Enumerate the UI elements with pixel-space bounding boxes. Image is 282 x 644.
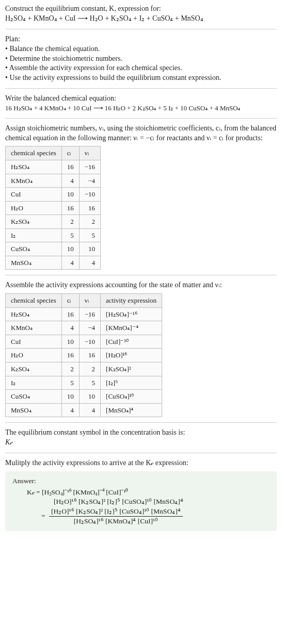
table-row: KMnO₄4−4[KMnO₄]⁻⁴ xyxy=(6,321,162,335)
table-row: I₂55 xyxy=(6,228,101,242)
intro-line2: H₂SO₄ + KMnO₄ + CuI ⟶ H₂O + K₂SO₄ + I₂ +… xyxy=(5,14,277,24)
plan: Plan: • Balance the chemical equation. •… xyxy=(5,35,277,83)
cell-vi: −16 xyxy=(79,307,100,321)
cell-ci: 4 xyxy=(61,321,79,335)
cell-ci: 10 xyxy=(61,188,79,202)
cell-species: CuSO₄ xyxy=(6,390,62,404)
cell-vi: 4 xyxy=(79,403,100,417)
plan-b3: • Assemble the activity expression for e… xyxy=(5,63,277,73)
answer-title: Answer: xyxy=(12,476,270,486)
cell-ci: 4 xyxy=(61,174,79,188)
table-row: H₂SO₄16−16[H₂SO₄]⁻¹⁶ xyxy=(6,307,162,321)
fraction: [H₂O]¹⁶ [K₂SO₄]² [I₂]⁵ [CuSO₄]¹⁰ [MnSO₄]… xyxy=(47,507,185,526)
divider xyxy=(5,88,277,89)
assemble-text: Assemble the activity expressions accoun… xyxy=(5,280,277,290)
cell-activity: [I₂]⁵ xyxy=(101,376,162,390)
cell-species: H₂O xyxy=(6,201,62,215)
divider xyxy=(5,118,277,119)
cell-ci: 10 xyxy=(61,242,79,256)
answer-l2: [H₂O]¹⁶ [K₂SO₄]² [I₂]⁵ [CuSO₄]¹⁰ [MnSO₄]… xyxy=(54,498,183,505)
symbol: The equilibrium constant symbol in the c… xyxy=(5,428,277,448)
answer-l1: K𝒸 = [H₂SO₄]⁻¹⁶ [KMnO₄]⁻⁴ [CuI]⁻¹⁰ xyxy=(27,488,128,496)
cell-vi: 2 xyxy=(79,362,100,376)
answer-eq: = xyxy=(41,511,47,519)
cell-species: H₂SO₄ xyxy=(6,160,62,174)
cell-vi: 10 xyxy=(79,242,100,256)
cell-activity: [MnSO₄]⁴ xyxy=(101,403,162,417)
table-row: K₂SO₄22[K₂SO₄]² xyxy=(6,362,162,376)
cell-species: KMnO₄ xyxy=(6,321,62,335)
activity-table: chemical species cᵢ νᵢ activity expressi… xyxy=(5,293,162,417)
col-species: chemical species xyxy=(6,146,62,160)
cell-activity: [CuSO₄]¹⁰ xyxy=(101,390,162,404)
table-row: CuI10−10[CuI]⁻¹⁰ xyxy=(6,335,162,349)
table-row: H₂SO₄16−16 xyxy=(6,160,101,174)
multiply-text: Mulitply the activity expressions to arr… xyxy=(5,458,277,468)
col-species: chemical species xyxy=(6,294,62,308)
cell-species: KMnO₄ xyxy=(6,174,62,188)
balanced: Write the balanced chemical equation: 16… xyxy=(5,94,277,112)
table-row: CuSO₄1010 xyxy=(6,242,101,256)
cell-species: CuI xyxy=(6,188,62,202)
cell-ci: 5 xyxy=(61,228,79,242)
cell-vi: 5 xyxy=(79,228,100,242)
divider xyxy=(5,29,277,29)
cell-vi: 2 xyxy=(79,215,100,229)
cell-species: CuI xyxy=(6,335,62,349)
cell-vi: −10 xyxy=(79,188,100,202)
divider xyxy=(5,275,277,275)
table-row: MnSO₄44[MnSO₄]⁴ xyxy=(6,403,162,417)
cell-activity: [H₂SO₄]⁻¹⁶ xyxy=(101,307,162,321)
plan-title: Plan: xyxy=(5,35,277,44)
assign-text: Assign stoichiometric numbers, νᵢ, using… xyxy=(5,124,277,143)
symbol-l2: K𝒸 xyxy=(5,438,277,448)
cell-vi: 16 xyxy=(79,349,100,362)
cell-activity: [K₂SO₄]² xyxy=(101,362,162,376)
cell-species: K₂SO₄ xyxy=(6,362,62,376)
cell-ci: 10 xyxy=(61,390,79,404)
cell-vi: 10 xyxy=(79,390,100,404)
cell-ci: 2 xyxy=(61,215,79,229)
symbol-l1: The equilibrium constant symbol in the c… xyxy=(5,428,277,438)
cell-activity: [CuI]⁻¹⁰ xyxy=(101,335,162,349)
plan-b1: • Balance the chemical equation. xyxy=(5,44,277,54)
col-ci: cᵢ xyxy=(61,294,79,308)
intro: Construct the equilibrium constant, K, e… xyxy=(5,4,277,24)
fraction-num: [H₂O]¹⁶ [K₂SO₄]² [I₂]⁵ [CuSO₄]¹⁰ [MnSO₄]… xyxy=(49,507,183,517)
plan-b2: • Determine the stoichiometric numbers. xyxy=(5,54,277,64)
table-row: CuI10−10 xyxy=(6,188,101,202)
cell-activity: [H₂O]¹⁶ xyxy=(101,349,162,362)
divider xyxy=(5,422,277,423)
table-header-row: chemical species cᵢ νᵢ xyxy=(6,146,101,160)
intro-line1: Construct the equilibrium constant, K, e… xyxy=(5,4,277,14)
cell-ci: 16 xyxy=(61,160,79,174)
cell-ci: 5 xyxy=(61,376,79,390)
table-row: I₂55[I₂]⁵ xyxy=(6,376,162,390)
cell-vi: 5 xyxy=(79,376,100,390)
table-row: MnSO₄44 xyxy=(6,256,101,270)
cell-vi: −16 xyxy=(79,160,100,174)
cell-vi: 4 xyxy=(79,256,100,270)
col-ci: cᵢ xyxy=(61,146,79,160)
cell-species: MnSO₄ xyxy=(6,256,62,270)
divider xyxy=(5,453,277,453)
cell-species: CuSO₄ xyxy=(6,242,62,256)
cell-ci: 4 xyxy=(61,256,79,270)
cell-species: I₂ xyxy=(6,376,62,390)
balanced-title: Write the balanced chemical equation: xyxy=(5,94,277,104)
col-activity: activity expression xyxy=(101,294,162,308)
answer-line2: [H₂O]¹⁶ [K₂SO₄]² [I₂]⁵ [CuSO₄]¹⁰ [MnSO₄]… xyxy=(12,497,270,506)
stoich-table: chemical species cᵢ νᵢ H₂SO₄16−16KMnO₄4−… xyxy=(5,146,101,270)
fraction-den: [H₂SO₄]¹⁶ [KMnO₄]⁴ [CuI]¹⁰ xyxy=(49,517,183,526)
col-vi: νᵢ xyxy=(79,294,100,308)
cell-ci: 10 xyxy=(61,335,79,349)
balanced-eq: 16 H₂SO₄ + 4 KMnO₄ + 10 CuI ⟶ 16 H₂O + 2… xyxy=(5,104,277,113)
table-row: H₂O1616[H₂O]¹⁶ xyxy=(6,349,162,362)
table-row: KMnO₄4−4 xyxy=(6,174,101,188)
table-row: K₂SO₄22 xyxy=(6,215,101,229)
cell-activity: [KMnO₄]⁻⁴ xyxy=(101,321,162,335)
cell-ci: 4 xyxy=(61,403,79,417)
cell-vi: −4 xyxy=(79,174,100,188)
cell-species: H₂O xyxy=(6,349,62,362)
cell-ci: 16 xyxy=(61,201,79,215)
